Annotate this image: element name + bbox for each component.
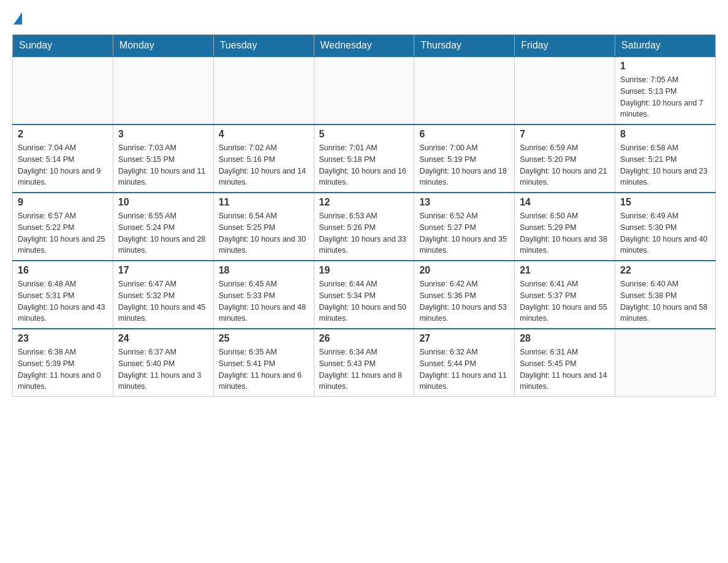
week-row-4: 16Sunrise: 6:48 AMSunset: 5:31 PMDayligh… — [13, 261, 716, 329]
day-info: Sunrise: 6:35 AMSunset: 5:41 PMDaylight:… — [219, 347, 309, 393]
logo — [12, 12, 23, 25]
calendar-cell — [414, 56, 515, 124]
day-number: 18 — [219, 265, 309, 276]
calendar-cell: 20Sunrise: 6:42 AMSunset: 5:36 PMDayligh… — [414, 261, 515, 329]
calendar-cell: 24Sunrise: 6:37 AMSunset: 5:40 PMDayligh… — [113, 329, 213, 397]
day-number: 25 — [219, 333, 309, 344]
day-info: Sunrise: 6:57 AMSunset: 5:22 PMDaylight:… — [18, 210, 108, 256]
day-number: 15 — [620, 197, 710, 208]
day-number: 21 — [520, 265, 610, 276]
day-number: 8 — [620, 129, 710, 140]
day-info: Sunrise: 6:41 AMSunset: 5:37 PMDaylight:… — [520, 278, 610, 324]
day-number: 20 — [419, 265, 509, 276]
day-info: Sunrise: 6:47 AMSunset: 5:32 PMDaylight:… — [118, 278, 208, 324]
day-number: 16 — [18, 265, 108, 276]
day-number: 12 — [319, 197, 409, 208]
weekday-header-wednesday: Wednesday — [314, 35, 414, 57]
day-info: Sunrise: 6:42 AMSunset: 5:36 PMDaylight:… — [419, 278, 509, 324]
calendar-cell — [314, 56, 414, 124]
day-info: Sunrise: 6:40 AMSunset: 5:38 PMDaylight:… — [620, 278, 710, 324]
week-row-3: 9Sunrise: 6:57 AMSunset: 5:22 PMDaylight… — [13, 193, 716, 261]
day-info: Sunrise: 6:55 AMSunset: 5:24 PMDaylight:… — [118, 210, 208, 256]
day-info: Sunrise: 7:03 AMSunset: 5:15 PMDaylight:… — [118, 142, 208, 188]
day-info: Sunrise: 7:05 AMSunset: 5:13 PMDaylight:… — [620, 74, 710, 120]
weekday-header-sunday: Sunday — [13, 35, 113, 57]
day-number: 1 — [620, 61, 710, 72]
calendar-cell — [13, 56, 113, 124]
day-number: 17 — [118, 265, 208, 276]
calendar-cell: 12Sunrise: 6:53 AMSunset: 5:26 PMDayligh… — [314, 193, 414, 261]
day-info: Sunrise: 6:53 AMSunset: 5:26 PMDaylight:… — [319, 210, 409, 256]
calendar-cell: 18Sunrise: 6:45 AMSunset: 5:33 PMDayligh… — [213, 261, 314, 329]
calendar-cell: 5Sunrise: 7:01 AMSunset: 5:18 PMDaylight… — [314, 124, 414, 193]
day-number: 4 — [219, 129, 309, 140]
day-info: Sunrise: 6:37 AMSunset: 5:40 PMDaylight:… — [118, 347, 208, 393]
day-info: Sunrise: 6:45 AMSunset: 5:33 PMDaylight:… — [219, 278, 309, 324]
calendar-cell: 22Sunrise: 6:40 AMSunset: 5:38 PMDayligh… — [615, 261, 716, 329]
calendar-cell: 6Sunrise: 7:00 AMSunset: 5:19 PMDaylight… — [414, 124, 515, 193]
calendar-cell — [213, 56, 314, 124]
calendar-cell: 10Sunrise: 6:55 AMSunset: 5:24 PMDayligh… — [113, 193, 213, 261]
day-number: 11 — [219, 197, 309, 208]
calendar-cell: 9Sunrise: 6:57 AMSunset: 5:22 PMDaylight… — [13, 193, 113, 261]
day-number: 27 — [419, 333, 509, 344]
week-row-1: 1Sunrise: 7:05 AMSunset: 5:13 PMDaylight… — [13, 56, 716, 124]
weekday-header-friday: Friday — [515, 35, 615, 57]
calendar-cell: 28Sunrise: 6:31 AMSunset: 5:45 PMDayligh… — [515, 329, 615, 397]
weekday-header-thursday: Thursday — [414, 35, 515, 57]
day-info: Sunrise: 7:02 AMSunset: 5:16 PMDaylight:… — [219, 142, 309, 188]
calendar-cell: 2Sunrise: 7:04 AMSunset: 5:14 PMDaylight… — [13, 124, 113, 193]
day-number: 19 — [319, 265, 409, 276]
calendar-cell — [615, 329, 716, 397]
day-number: 24 — [118, 333, 208, 344]
day-number: 14 — [520, 197, 610, 208]
day-number: 7 — [520, 129, 610, 140]
day-info: Sunrise: 7:04 AMSunset: 5:14 PMDaylight:… — [18, 142, 108, 188]
calendar-header-row: SundayMondayTuesdayWednesdayThursdayFrid… — [13, 35, 716, 57]
day-info: Sunrise: 6:32 AMSunset: 5:44 PMDaylight:… — [419, 347, 509, 393]
calendar-cell: 25Sunrise: 6:35 AMSunset: 5:41 PMDayligh… — [213, 329, 314, 397]
page-header — [12, 12, 716, 25]
calendar-cell: 7Sunrise: 6:59 AMSunset: 5:20 PMDaylight… — [515, 124, 615, 193]
calendar-cell: 8Sunrise: 6:58 AMSunset: 5:21 PMDaylight… — [615, 124, 716, 193]
calendar-cell: 11Sunrise: 6:54 AMSunset: 5:25 PMDayligh… — [213, 193, 314, 261]
calendar-cell: 3Sunrise: 7:03 AMSunset: 5:15 PMDaylight… — [113, 124, 213, 193]
day-info: Sunrise: 6:49 AMSunset: 5:30 PMDaylight:… — [620, 210, 710, 256]
day-number: 26 — [319, 333, 409, 344]
calendar-cell: 27Sunrise: 6:32 AMSunset: 5:44 PMDayligh… — [414, 329, 515, 397]
day-number: 3 — [118, 129, 208, 140]
day-number: 9 — [18, 197, 108, 208]
calendar-cell — [113, 56, 213, 124]
day-number: 5 — [319, 129, 409, 140]
weekday-header-saturday: Saturday — [615, 35, 716, 57]
day-info: Sunrise: 7:01 AMSunset: 5:18 PMDaylight:… — [319, 142, 409, 188]
day-info: Sunrise: 6:31 AMSunset: 5:45 PMDaylight:… — [520, 347, 610, 393]
day-number: 10 — [118, 197, 208, 208]
day-info: Sunrise: 6:54 AMSunset: 5:25 PMDaylight:… — [219, 210, 309, 256]
day-number: 23 — [18, 333, 108, 344]
day-number: 13 — [419, 197, 509, 208]
weekday-header-tuesday: Tuesday — [213, 35, 314, 57]
day-info: Sunrise: 6:59 AMSunset: 5:20 PMDaylight:… — [520, 142, 610, 188]
calendar-cell: 1Sunrise: 7:05 AMSunset: 5:13 PMDaylight… — [615, 56, 716, 124]
day-number: 2 — [18, 129, 108, 140]
day-info: Sunrise: 6:52 AMSunset: 5:27 PMDaylight:… — [419, 210, 509, 256]
calendar-cell: 17Sunrise: 6:47 AMSunset: 5:32 PMDayligh… — [113, 261, 213, 329]
calendar-cell: 4Sunrise: 7:02 AMSunset: 5:16 PMDaylight… — [213, 124, 314, 193]
day-info: Sunrise: 6:44 AMSunset: 5:34 PMDaylight:… — [319, 278, 409, 324]
day-info: Sunrise: 6:34 AMSunset: 5:43 PMDaylight:… — [319, 347, 409, 393]
calendar-cell — [515, 56, 615, 124]
calendar-cell: 21Sunrise: 6:41 AMSunset: 5:37 PMDayligh… — [515, 261, 615, 329]
day-info: Sunrise: 7:00 AMSunset: 5:19 PMDaylight:… — [419, 142, 509, 188]
calendar-cell: 23Sunrise: 6:38 AMSunset: 5:39 PMDayligh… — [13, 329, 113, 397]
day-info: Sunrise: 6:58 AMSunset: 5:21 PMDaylight:… — [620, 142, 710, 188]
day-info: Sunrise: 6:38 AMSunset: 5:39 PMDaylight:… — [18, 347, 108, 393]
day-info: Sunrise: 6:48 AMSunset: 5:31 PMDaylight:… — [18, 278, 108, 324]
calendar-cell: 15Sunrise: 6:49 AMSunset: 5:30 PMDayligh… — [615, 193, 716, 261]
day-info: Sunrise: 6:50 AMSunset: 5:29 PMDaylight:… — [520, 210, 610, 256]
weekday-header-monday: Monday — [113, 35, 213, 57]
calendar-cell: 19Sunrise: 6:44 AMSunset: 5:34 PMDayligh… — [314, 261, 414, 329]
calendar-table: SundayMondayTuesdayWednesdayThursdayFrid… — [12, 34, 716, 397]
calendar-cell: 16Sunrise: 6:48 AMSunset: 5:31 PMDayligh… — [13, 261, 113, 329]
day-number: 22 — [620, 265, 710, 276]
